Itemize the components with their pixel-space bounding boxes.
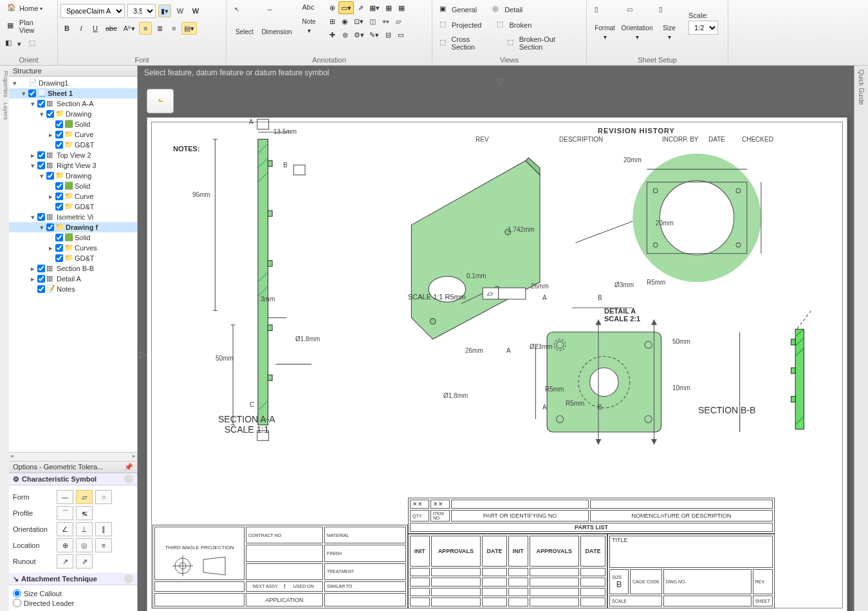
tree-checkbox[interactable] xyxy=(55,131,63,138)
expand-icon[interactable]: ▾ xyxy=(39,110,45,118)
tree-item[interactable]: ▸📁Curves xyxy=(9,243,137,253)
ann-c4[interactable]: ◫ xyxy=(366,15,379,28)
tree-item[interactable]: 🟩Solid xyxy=(9,181,137,191)
strike-button[interactable]: abc xyxy=(103,22,120,35)
align-right-button[interactable]: ≡ xyxy=(167,22,180,35)
position-button[interactable]: ⊕ xyxy=(57,538,73,552)
font-family-select[interactable]: SpaceClaim AS xyxy=(60,4,125,18)
align-center-button[interactable]: ≣ xyxy=(153,22,166,35)
ann-c5[interactable]: ⌖▾ xyxy=(379,15,392,28)
tree-item[interactable]: 📁GD&T xyxy=(9,140,137,150)
general-view-button[interactable]: ▣General xyxy=(435,3,481,17)
tree-item[interactable]: ▸▥Detail A xyxy=(9,274,137,284)
tree-checkbox[interactable] xyxy=(46,223,54,231)
tree-checkbox[interactable] xyxy=(55,182,63,190)
expand-icon[interactable]: ▾ xyxy=(30,162,36,170)
align-left-button[interactable]: ≡ xyxy=(139,22,152,35)
ann-b3[interactable]: ⇗ xyxy=(354,1,367,14)
tree-checkbox[interactable] xyxy=(37,265,45,272)
ann-b4[interactable]: ▦▾ xyxy=(367,1,382,14)
tree-checkbox[interactable] xyxy=(28,89,36,97)
quick-guide-tab[interactable]: Quick Guide xyxy=(854,66,868,611)
tree-item[interactable]: ▾📁Drawing xyxy=(9,109,137,119)
ann-d6[interactable]: ▭ xyxy=(394,28,407,41)
circular-runout-button[interactable]: ↗ xyxy=(57,554,73,569)
tree-item[interactable]: 📁GD&T xyxy=(9,202,137,212)
tree-item[interactable]: ▾▥Section A-A xyxy=(9,99,137,109)
italic-button[interactable]: I xyxy=(75,22,88,35)
flatness-button[interactable]: ▱ xyxy=(76,490,93,504)
view-cube-button[interactable]: ⬑ xyxy=(147,89,174,113)
expand-icon[interactable]: ▾ xyxy=(39,172,45,180)
tree-checkbox[interactable] xyxy=(46,110,54,118)
tree-item[interactable]: ▸▥Top View 2 xyxy=(9,150,137,160)
cross-section-button[interactable]: ⬚Cross Section xyxy=(435,33,499,53)
highlight-button[interactable]: ▤▾ xyxy=(181,22,197,35)
gdt-button[interactable]: ▭▾ xyxy=(338,1,354,14)
ann-c2[interactable]: ◉ xyxy=(338,15,351,28)
tree-checkbox[interactable] xyxy=(37,162,45,169)
tree-item[interactable]: ▸▥Section B-B xyxy=(9,263,137,274)
tree-item[interactable]: 🟩Solid xyxy=(9,119,137,129)
tree-item[interactable]: ▾📁Drawing f xyxy=(9,222,137,232)
note-tool-button[interactable]: Note▾ xyxy=(293,13,324,39)
symmetry-button[interactable]: ≡ xyxy=(95,538,112,552)
expand-icon[interactable]: ▾ xyxy=(39,223,45,232)
tree-item[interactable]: ▾📄Drawing1 xyxy=(9,78,137,88)
flatness-straightness-button[interactable]: — xyxy=(57,490,73,504)
tree-item[interactable]: 📁GD&T xyxy=(9,253,137,263)
format-button[interactable]: ▯Format▾ xyxy=(589,4,620,42)
structure-tree[interactable]: ▾📄Drawing1▾📃Sheet 1▾▥Section A-A▾📁Drawin… xyxy=(9,77,137,452)
profile-line-button[interactable]: ⌒ xyxy=(57,506,73,520)
ann-c1[interactable]: ⊞ xyxy=(326,15,338,28)
tree-checkbox[interactable] xyxy=(37,285,45,293)
tree-checkbox[interactable] xyxy=(55,203,63,211)
broken-view-button[interactable]: ⬚Broken xyxy=(492,18,536,32)
ann-d2[interactable]: ⊛ xyxy=(338,28,351,41)
tree-item[interactable]: ▾📃Sheet 1 xyxy=(9,88,137,99)
expand-icon[interactable]: ▸ xyxy=(48,131,54,139)
perpendicularity-button[interactable]: ⊥ xyxy=(76,522,93,536)
expand-icon[interactable]: ▾ xyxy=(30,100,36,108)
underline-button[interactable]: U xyxy=(89,22,102,35)
properties-tab[interactable]: Properties xyxy=(0,70,9,99)
tree-checkbox[interactable] xyxy=(55,120,63,128)
tree-item[interactable]: ▾📁Drawing xyxy=(9,171,137,181)
expand-icon[interactable]: ▾ xyxy=(30,213,36,221)
ann-d5[interactable]: ⊟ xyxy=(382,28,394,41)
projected-view-button[interactable]: ⬚Projected xyxy=(435,18,486,32)
orient-btn-1[interactable]: ◧▾ xyxy=(3,37,24,50)
tree-checkbox[interactable] xyxy=(55,193,63,200)
circularity-button[interactable]: ○ xyxy=(95,490,112,504)
expand-icon[interactable]: ▸ xyxy=(48,193,54,201)
detail-view-button[interactable]: ◎Detail xyxy=(488,3,527,17)
expand-icon[interactable]: ▾ xyxy=(21,89,27,98)
size-callout-radio[interactable]: Size Callout xyxy=(13,589,133,597)
tree-checkbox[interactable] xyxy=(55,244,63,252)
total-runout-button[interactable]: ⇗ xyxy=(76,554,93,569)
tree-item[interactable]: ▸📁Curve xyxy=(9,129,137,140)
expand-icon[interactable]: ▾ xyxy=(12,79,18,88)
collapse-icon-2[interactable] xyxy=(124,574,133,583)
layers-tab[interactable]: Layers xyxy=(0,101,9,121)
profile-surface-button[interactable]: ⊂↖ xyxy=(76,506,93,520)
expand-icon[interactable]: ▸ xyxy=(30,151,36,160)
tree-item[interactable]: ▾▥Isometric Vi xyxy=(9,212,137,222)
tree-checkbox[interactable] xyxy=(55,141,63,149)
tree-item[interactable]: 📝Notes xyxy=(9,284,137,294)
ann-d3[interactable]: ⚙▾ xyxy=(351,28,367,41)
dimension-tool-button[interactable]: ↔Dimension xyxy=(261,1,292,40)
font-color-button[interactable]: ▮▾ xyxy=(158,5,171,17)
angularity-button[interactable]: ∠ xyxy=(57,522,73,536)
tree-checkbox[interactable] xyxy=(37,151,45,159)
ann-c6[interactable]: ▱ xyxy=(392,15,405,28)
parallelism-button[interactable]: ∥ xyxy=(95,522,112,536)
orient-btn-2[interactable]: ⬚ xyxy=(26,37,42,50)
tree-checkbox[interactable] xyxy=(55,254,63,262)
tree-checkbox[interactable] xyxy=(46,172,54,180)
broken-out-button[interactable]: ⬚Broken-Out Section xyxy=(503,33,584,53)
font-w1[interactable]: W xyxy=(174,5,187,17)
size-button[interactable]: ▯Size▾ xyxy=(654,4,685,42)
font-size-select[interactable]: 3.5 xyxy=(127,4,156,18)
ann-d4[interactable]: ✎▾ xyxy=(367,28,382,41)
